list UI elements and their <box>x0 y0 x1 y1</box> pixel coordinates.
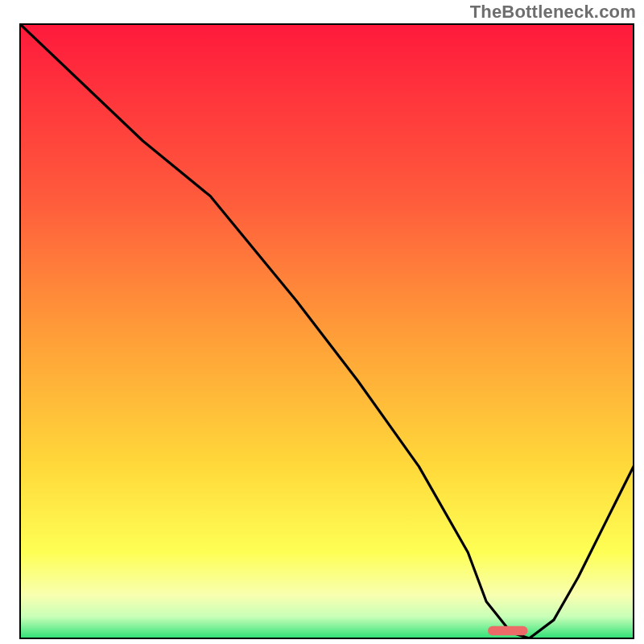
optimal-marker <box>488 626 528 635</box>
bottleneck-chart <box>0 0 644 644</box>
watermark-text: TheBottleneck.com <box>470 2 636 23</box>
gradient-background <box>20 24 634 638</box>
chart-stage: TheBottleneck.com <box>0 0 644 644</box>
